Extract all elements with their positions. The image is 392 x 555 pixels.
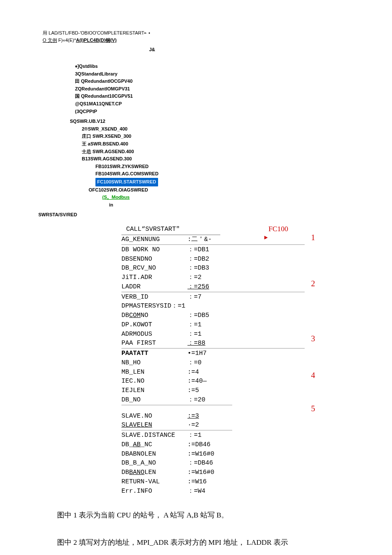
param-value: ：=0 xyxy=(187,358,230,368)
param-row: DBABNOLEN:=W16#0 xyxy=(121,450,349,459)
param-value: ：=2 xyxy=(187,273,230,282)
separator-line xyxy=(121,405,232,405)
param-row: ADRMODUS：=1 xyxy=(121,330,349,339)
tree-item: (3QCPPtP xyxy=(75,108,349,116)
param-row: LADDR：=256 xyxy=(121,282,349,292)
param-row: DB WORK NO：=DB1 xyxy=(121,245,349,255)
tree-item: 王 aSWR.BSEND.400 xyxy=(82,140,349,148)
param-value: ：=W4 xyxy=(187,487,230,496)
param-value: :=40— xyxy=(187,377,230,386)
separator-line xyxy=(121,244,305,245)
param-value: :=5 xyxy=(187,386,230,395)
param-value: ：=DB3 xyxy=(187,264,230,273)
param-name: SLAVELEN xyxy=(121,421,187,430)
param-name: DB_RCV_NO xyxy=(121,264,187,273)
param-value: :=W16 xyxy=(187,477,230,487)
param-row: SLAVE.DISTANCE：=1 xyxy=(121,431,349,440)
param-name: DBCOMNO xyxy=(121,311,187,320)
param-value: :=W16#0 xyxy=(187,450,230,459)
param-row: VERB_ID：=7 xyxy=(121,293,349,302)
param-row: DB_RCV_NO：=DB3 xyxy=(121,264,349,273)
tree-item: FB104SWR.AG.COMSWRED xyxy=(95,170,349,178)
tree-item: in xyxy=(109,201,349,209)
param-value: ∙=2 xyxy=(187,421,230,430)
param-row: SLAVE.NO:=3 xyxy=(121,412,349,421)
param-name: DB_B_A_NO xyxy=(121,459,187,468)
param-row: DB_B_A_NO：=DB46 xyxy=(121,459,349,468)
param-name: DB_NO xyxy=(121,395,187,405)
param-row: DBCOMNO：=DB5 xyxy=(121,311,349,320)
param-value: :=3 xyxy=(187,412,230,421)
parameter-table: FC100 CALL“SVRSTART″ AG_KENNUNG:二＇&-DB W… xyxy=(121,225,349,496)
chinese-paragraph-2: 图中 2 填写对方的地址，MPI_ADR 表示对方的 MPI 地址， LADDR… xyxy=(43,535,349,550)
header-jamp: J& xyxy=(149,47,349,52)
param-name: SLAVE.NO xyxy=(121,412,187,421)
tree-item: OFC102SWR.OIAGSWRED xyxy=(89,186,349,194)
annotation-number: 5 xyxy=(311,404,315,413)
param-value: ：=1 xyxy=(187,320,230,330)
annotation-number: 2 xyxy=(311,279,315,288)
tree-item: SQSWR.UB.V12 xyxy=(70,118,349,125)
param-value: ：=DB5 xyxy=(187,311,230,320)
tree-item: 田 QRedundantIOCGPV40 xyxy=(75,78,349,85)
tree-item: 士总 SWR.AGSEND.400 xyxy=(82,148,349,156)
param-name: DBABNOLEN xyxy=(121,450,187,459)
header-line-2: O 文例 F)«4(E)*A(I)PLC4B(D)铜(V) xyxy=(43,37,349,44)
param-value: •=1H7 xyxy=(187,349,230,358)
param-name: RETURN-VAL xyxy=(121,477,187,487)
tree-item: ZQRedundantIOMGPV31 xyxy=(75,85,349,93)
param-value: ：=20 xyxy=(187,395,230,405)
param-value: ：=1 xyxy=(187,431,230,440)
tree-item: 2®SWR_XS£ND_400 xyxy=(82,125,349,133)
param-row: Err.INFO：=W4 xyxy=(121,487,349,496)
header-line2-mid: F)«4(E)* xyxy=(57,38,76,43)
tree-item: 国 QRedundant10CGPV51 xyxy=(75,93,349,100)
param-row: DBSENDNO：=DB2 xyxy=(121,255,349,264)
param-value: :=4 xyxy=(187,368,230,377)
param-value: ：=256 xyxy=(187,282,230,292)
param-rows: AG_KENNUNG:二＇&-DB WORK NO：=DB1DBSENDNO：=… xyxy=(121,235,349,496)
separator-line xyxy=(121,292,305,292)
param-name: PAA FIRST xyxy=(121,339,187,348)
tree-item: 3QStandardLibrary xyxy=(75,70,349,78)
param-row: DB_AB_NC:=DB46 xyxy=(121,440,349,450)
chinese-paragraph-1: 图中 1 表示为当前 CPU 的站号， A 站写 A,B 站写 B。 xyxy=(43,508,349,523)
param-row: DB_NO：=20 xyxy=(121,395,349,405)
tree-item: FB101SWR.ZYKSWRED xyxy=(95,163,349,171)
arrow-icon: ► xyxy=(264,234,268,241)
param-row: IEJLEN:=5 xyxy=(121,386,349,395)
param-row: JiTI.ADR：=2 xyxy=(121,273,349,282)
param-name: DB WORK NO xyxy=(121,245,187,255)
param-row: SLAVELEN∙=2 xyxy=(121,421,349,430)
param-value: ：=1 xyxy=(187,330,230,339)
annotation-number: 3 xyxy=(311,334,315,343)
param-name: PAATATT xyxy=(121,349,187,358)
param-value: ：=DB1 xyxy=(187,245,230,255)
param-value: :=DB46 xyxy=(187,440,230,450)
param-name: IEC.NO xyxy=(121,377,187,386)
param-value: :=W16#0 xyxy=(187,468,230,477)
param-name: AG_KENNUNG xyxy=(121,235,187,244)
project-tree: ♦]Qstdlibs 3QStandardLibrary 田 QRedundan… xyxy=(68,63,349,209)
header-line2-bold: A(I)PLC4B(D)铜(V) xyxy=(76,38,116,43)
param-name: NB_HO xyxy=(121,358,187,368)
separator-line xyxy=(121,430,232,430)
param-row: DBBANOLEN:=W16#0 xyxy=(121,468,349,477)
param-name: DBBANOLEN xyxy=(121,468,187,477)
annotation-number: 4 xyxy=(311,371,315,380)
document-page: 用 LAD/STL/FBD-'OBIOO'COMPLETERESTART•· •… xyxy=(0,0,392,555)
tree-item-selected: FC100SWR.STARTSWRED xyxy=(95,178,349,186)
param-name: DPMASTERSYSID：=1 xyxy=(121,302,187,311)
param-value: ：=DB46 xyxy=(187,459,230,468)
separator-line xyxy=(121,348,305,349)
tree-item: (S。Modbus xyxy=(102,194,349,201)
param-row: NB_HO：=0 xyxy=(121,358,349,368)
param-name: LADDR xyxy=(121,282,187,292)
param-name: Err.INFO xyxy=(121,487,187,496)
param-row: AG_KENNUNG:二＇&- xyxy=(121,235,349,244)
tree-item: @QS1MA11QNET.CP xyxy=(75,100,349,108)
param-row: DP.KOWOT：=1 xyxy=(121,320,349,330)
param-name: DBSENDNO xyxy=(121,255,187,264)
tree-item: B13SWR.AGSEND.300 xyxy=(82,155,349,163)
param-name: DB_AB_NC xyxy=(121,440,187,450)
